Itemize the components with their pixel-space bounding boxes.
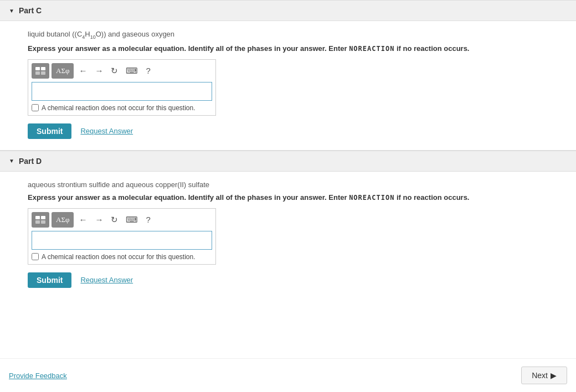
part-c-instruction: Express your answer as a molecular equat… [28, 44, 548, 53]
part-d-no-reaction-label: A chemical reaction does not occur for t… [42, 253, 195, 261]
svg-rect-7 [41, 220, 45, 224]
part-c-reset-button[interactable]: ↻ [108, 65, 121, 77]
part-d-title: Part D [19, 157, 42, 166]
part-c-help-button[interactable]: ? [143, 65, 153, 76]
part-c-symbol-button[interactable]: ΑΣφ [52, 63, 74, 79]
svg-rect-0 [35, 67, 40, 70]
part-d-help-button[interactable]: ? [143, 214, 153, 225]
svg-rect-2 [35, 71, 40, 75]
part-d-template-button[interactable] [32, 212, 49, 228]
part-c-no-reaction-row: A chemical reaction does not occur for t… [32, 104, 212, 112]
part-c-redo-button[interactable]: → [92, 65, 106, 76]
part-c-action-row: Submit Request Answer [28, 123, 548, 139]
formula-c4h10o: (C4H10O) [75, 30, 104, 38]
part-d-body: aqueous strontium sulfide and aqueous co… [0, 172, 576, 299]
part-d-action-row: Submit Request Answer [28, 272, 548, 288]
part-c-collapse-arrow[interactable]: ▼ [9, 8, 14, 14]
part-d-description: aqueous strontium sulfide and aqueous co… [28, 180, 548, 189]
svg-rect-3 [41, 71, 45, 75]
part-d-redo-button[interactable]: → [92, 214, 106, 225]
svg-rect-6 [35, 220, 40, 224]
svg-rect-4 [35, 216, 40, 219]
svg-rect-5 [41, 216, 45, 219]
next-button[interactable]: Next ▶ [521, 367, 567, 384]
part-c-no-reaction-checkbox[interactable] [32, 104, 39, 111]
part-d-no-reaction-checkbox[interactable] [32, 253, 39, 260]
part-d-reset-button[interactable]: ↻ [108, 214, 121, 226]
part-d-header: ▼ Part D [0, 151, 576, 172]
part-c-template-button[interactable] [32, 63, 49, 79]
part-c-request-answer-link[interactable]: Request Answer [80, 127, 133, 135]
next-label: Next [532, 371, 548, 380]
no-reaction-keyword-c: NOREACTION [349, 45, 394, 53]
part-c-header: ▼ Part C [0, 0, 576, 21]
part-c-undo-button[interactable]: ← [76, 65, 90, 76]
part-d-undo-button[interactable]: ← [76, 214, 90, 225]
part-c-toolbar: ΑΣφ ← → ↻ ⌨ ? [32, 63, 212, 79]
footer: Provide Feedback Next ▶ [0, 358, 576, 392]
no-reaction-keyword-d: NOREACTION [349, 194, 394, 202]
part-c-answer-input[interactable] [32, 82, 212, 101]
provide-feedback-button[interactable]: Provide Feedback [9, 372, 67, 380]
part-d-symbol-button[interactable]: ΑΣφ [52, 212, 74, 228]
part-d-toolbar: ΑΣφ ← → ↻ ⌨ ? [32, 212, 212, 228]
part-c-description: liquid butanol ((C4H10O)) and gaseous ox… [28, 30, 548, 40]
part-c-body: liquid butanol ((C4H10O)) and gaseous ox… [0, 21, 576, 150]
part-c-equation-box: ΑΣφ ← → ↻ ⌨ ? A chemical reaction does n… [28, 59, 216, 116]
part-d-collapse-arrow[interactable]: ▼ [9, 158, 14, 164]
part-c-keyboard-button[interactable]: ⌨ [123, 65, 141, 77]
part-d-no-reaction-row: A chemical reaction does not occur for t… [32, 253, 212, 261]
part-d-equation-box: ΑΣφ ← → ↻ ⌨ ? A chemical reaction does n… [28, 208, 216, 265]
part-c-no-reaction-label: A chemical reaction does not occur for t… [42, 104, 195, 112]
part-c-title: Part C [19, 6, 42, 15]
part-d-submit-button[interactable]: Submit [28, 272, 71, 288]
part-d-answer-input[interactable] [32, 231, 212, 250]
next-arrow-icon: ▶ [551, 371, 557, 380]
svg-rect-1 [41, 67, 45, 70]
part-c-submit-button[interactable]: Submit [28, 123, 71, 139]
part-d-instruction: Express your answer as a molecular equat… [28, 193, 548, 202]
part-d-request-answer-link[interactable]: Request Answer [80, 276, 133, 284]
part-d-keyboard-button[interactable]: ⌨ [123, 214, 141, 226]
